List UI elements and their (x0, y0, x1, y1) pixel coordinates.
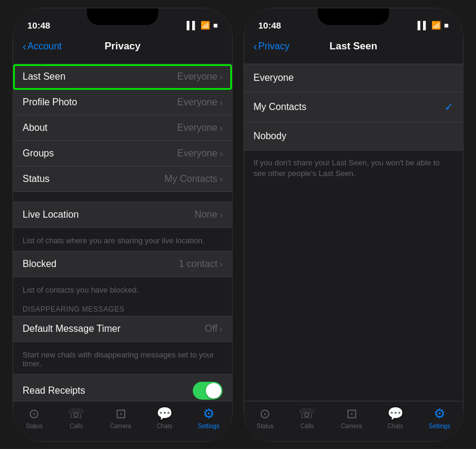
groups-item[interactable]: Groups Everyone › (13, 141, 232, 167)
chats-tab-label: Chats (156, 423, 172, 429)
chats-tab-icon-right: 💬 (387, 406, 403, 422)
battery-icon-right: ■ (444, 21, 449, 30)
option-my-contacts[interactable]: My Contacts ✓ (244, 92, 463, 123)
about-label: About (23, 123, 48, 133)
status-item[interactable]: Status My Contacts › (13, 167, 232, 191)
blocked-item[interactable]: Blocked 1 contact › (13, 252, 232, 277)
back-button-right[interactable]: ‹ Privacy (253, 40, 289, 53)
tab-status-left[interactable]: ⊙ Status (26, 406, 42, 429)
option-nobody-label: Nobody (253, 131, 286, 142)
option-everyone-label: Everyone (253, 73, 294, 83)
tab-bar-left: ⊙ Status ☏ Calls ⊡ Camera 💬 Chats ⚙ S (13, 401, 232, 441)
status-icons-left: ▌▌ 📶 ■ (187, 21, 218, 30)
blocked-label: Blocked (23, 259, 57, 269)
tab-calls-left[interactable]: ☏ Calls (68, 406, 84, 429)
last-seen-value: Everyone › (177, 71, 223, 82)
chevron-left-icon: ‹ (23, 40, 26, 53)
back-button-left[interactable]: ‹ Account (23, 40, 62, 53)
read-receipts-label: Read Receipts (23, 385, 85, 396)
read-receipts-item[interactable]: Read Receipts (13, 375, 232, 401)
toggle-circle (206, 383, 221, 398)
status-icons-right: ▌▌ 📶 ■ (418, 21, 449, 30)
calls-tab-icon: ☏ (68, 406, 84, 422)
screen-right: 10:48 ▌▌ 📶 ■ ‹ Privacy Last Seen (244, 8, 463, 441)
default-timer-item[interactable]: Default Message Timer Off › (13, 316, 232, 341)
chevron-right-icon5: › (220, 174, 223, 184)
nav-bar-left: ‹ Account Privacy (13, 37, 232, 59)
live-location-section: Live Location None › (13, 202, 232, 228)
status-tab-label: Status (26, 423, 42, 429)
live-location-item[interactable]: Live Location None › (13, 202, 232, 227)
option-nobody[interactable]: Nobody (244, 123, 463, 150)
tab-camera-right[interactable]: ⊡ Camera (341, 406, 362, 429)
about-value: Everyone › (177, 123, 223, 133)
disappearing-section: Default Message Timer Off › (13, 316, 232, 342)
default-timer-label: Default Message Timer (23, 324, 121, 334)
status-tab-icon: ⊙ (29, 406, 39, 422)
nav-bar-right: ‹ Privacy Last Seen (244, 37, 463, 59)
tab-status-right[interactable]: ⊙ Status (256, 406, 273, 429)
battery-icon: ■ (213, 21, 218, 30)
chevron-right-icon8: › (220, 324, 223, 334)
signal-icon: ▌▌ (187, 21, 198, 30)
default-timer-value: Off › (205, 324, 223, 334)
chevron-right-icon: › (220, 72, 223, 81)
content-right: Everyone My Contacts ✓ Nobody If you don… (244, 59, 463, 401)
settings-tab-icon: ⚙ (203, 406, 215, 422)
live-location-value: None › (195, 209, 223, 220)
option-everyone[interactable]: Everyone (244, 64, 463, 92)
content-left: Last Seen Everyone › Profile Photo Every… (13, 59, 232, 401)
blocked-subtext: List of contacts you have blocked. (13, 283, 232, 300)
last-seen-label: Last Seen (23, 71, 65, 82)
settings-tab-icon-right: ⚙ (434, 406, 446, 422)
option-mycontacts-label: My Contacts (253, 102, 306, 112)
notch-left (87, 8, 158, 25)
settings-tab-label: Settings (198, 423, 220, 429)
tab-settings-left[interactable]: ⚙ Settings (198, 406, 220, 429)
calls-tab-icon-right: ☏ (299, 406, 315, 422)
groups-label: Groups (23, 148, 54, 159)
settings-tab-label-right: Settings (429, 423, 450, 429)
camera-tab-icon: ⊡ (115, 406, 126, 422)
wifi-icon-right: 📶 (431, 21, 441, 30)
privacy-section: Last Seen Everyone › Profile Photo Every… (13, 64, 232, 192)
back-label-left: Account (27, 41, 62, 52)
read-receipts-section: Read Receipts (13, 374, 232, 401)
live-location-subtext: List of chats where you are sharing your… (13, 234, 232, 251)
about-item[interactable]: About Everyone › (13, 115, 232, 141)
wifi-icon: 📶 (201, 21, 210, 30)
signal-icon-right: ▌▌ (418, 21, 428, 30)
chats-tab-icon: 💬 (156, 406, 173, 422)
camera-tab-icon-right: ⊡ (346, 406, 357, 422)
live-location-label: Live Location (23, 209, 79, 220)
tab-settings-right[interactable]: ⚙ Settings (429, 406, 450, 429)
blocked-value: 1 contact › (178, 259, 223, 269)
chevron-right-icon7: › (220, 259, 223, 269)
status-tab-label-right: Status (256, 423, 273, 429)
chevron-left-icon-right: ‹ (253, 40, 257, 53)
tab-chats-left[interactable]: 💬 Chats (156, 406, 173, 429)
nav-title-left: Privacy (105, 40, 141, 52)
camera-tab-label: Camera (110, 423, 131, 429)
tab-chats-right[interactable]: 💬 Chats (387, 406, 403, 429)
status-label: Status (23, 174, 49, 184)
options-list: Everyone My Contacts ✓ Nobody (244, 64, 463, 150)
tab-calls-right[interactable]: ☏ Calls (299, 406, 315, 429)
back-label-right: Privacy (258, 41, 289, 52)
screen-left: 10:48 ▌▌ 📶 ■ ‹ Account Privacy (13, 8, 232, 441)
time-left: 10:48 (27, 20, 50, 30)
nav-title-right: Last Seen (330, 40, 377, 52)
last-seen-item[interactable]: Last Seen Everyone › (13, 64, 232, 90)
chevron-right-icon4: › (220, 149, 223, 158)
time-right: 10:48 (258, 20, 281, 30)
notch-right (318, 8, 389, 25)
profile-photo-value: Everyone › (177, 97, 223, 108)
read-receipts-toggle[interactable] (193, 382, 223, 400)
disappearing-subtext: Start new chats with disappearing messag… (13, 348, 232, 374)
tab-camera-left[interactable]: ⊡ Camera (110, 406, 131, 429)
groups-value: Everyone › (177, 148, 223, 159)
profile-photo-item[interactable]: Profile Photo Everyone › (13, 90, 232, 115)
phone-left: 10:48 ▌▌ 📶 ■ ‹ Account Privacy (12, 8, 233, 442)
calls-tab-label-right: Calls (300, 423, 314, 429)
blocked-section: Blocked 1 contact › (13, 251, 232, 277)
